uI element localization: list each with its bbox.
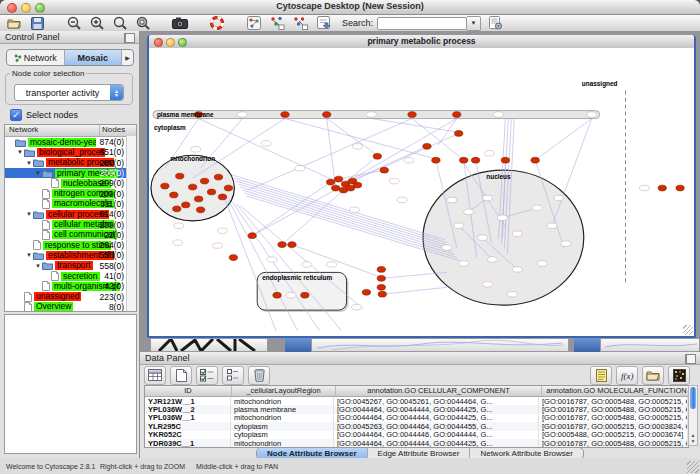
tree-row[interactable]: ▼primary metabo209(0) bbox=[5, 168, 136, 178]
network-edge[interactable] bbox=[344, 146, 427, 184]
search-dropdown-button[interactable]: ▼ bbox=[467, 16, 481, 31]
network-node-selected-color[interactable] bbox=[176, 173, 184, 179]
network-node[interactable] bbox=[397, 197, 407, 203]
network-node[interactable] bbox=[389, 178, 399, 184]
network-node-selected-color[interactable] bbox=[658, 185, 666, 191]
network-node-selected-color[interactable] bbox=[423, 143, 431, 149]
function-builder-icon[interactable]: f(x) bbox=[616, 366, 638, 385]
network-node-selected-color[interactable] bbox=[301, 292, 309, 298]
tab-network[interactable]: Network bbox=[7, 50, 65, 65]
network-node-selected-color[interactable] bbox=[377, 267, 385, 273]
network-edge[interactable] bbox=[232, 175, 444, 240]
attribute-table-icon[interactable] bbox=[144, 366, 166, 385]
network-node-selected-color[interactable] bbox=[455, 131, 463, 137]
tree-row[interactable]: secretion41(0) bbox=[5, 271, 136, 281]
open-session-icon[interactable] bbox=[5, 16, 23, 30]
vizmapper-icon[interactable] bbox=[314, 16, 332, 30]
network-edge[interactable] bbox=[240, 187, 452, 252]
delete-attribute-icon[interactable] bbox=[248, 366, 270, 385]
network-node[interactable] bbox=[483, 282, 493, 288]
network-node[interactable] bbox=[459, 261, 469, 267]
network-node-selected-color[interactable] bbox=[362, 289, 370, 295]
zoom-out-icon[interactable] bbox=[65, 16, 83, 30]
tree-row[interactable]: cell communicat22(0) bbox=[5, 230, 136, 240]
network-node[interactable] bbox=[352, 304, 362, 310]
tree-row[interactable]: ▼transport558(0) bbox=[5, 261, 136, 271]
tree-row[interactable]: ▼metabolic process280(0) bbox=[5, 158, 136, 168]
network-node-selected-color[interactable] bbox=[200, 178, 208, 184]
network-node-selected-color[interactable] bbox=[273, 292, 281, 298]
birdseye-view[interactable] bbox=[4, 314, 137, 454]
network-node[interactable] bbox=[587, 112, 597, 118]
import-attributes-icon[interactable] bbox=[642, 366, 664, 385]
tree-row[interactable]: macromolecule311(0) bbox=[5, 199, 136, 209]
tree-row[interactable]: cellular metabo209(0) bbox=[5, 219, 136, 229]
network-node-selected-color[interactable] bbox=[471, 157, 479, 163]
network-node[interactable] bbox=[478, 235, 488, 241]
tree-row[interactable]: multi-organism pro42(0) bbox=[5, 281, 136, 291]
network-node[interactable] bbox=[464, 209, 474, 215]
network-node[interactable] bbox=[191, 147, 201, 153]
network-node[interactable] bbox=[366, 112, 376, 118]
network-node-selected-color[interactable] bbox=[288, 242, 296, 248]
network-edge[interactable] bbox=[535, 119, 592, 161]
network-node-selected-color[interactable] bbox=[334, 176, 342, 182]
network-node-selected-color[interactable] bbox=[229, 255, 237, 261]
network-node-selected-color[interactable] bbox=[194, 196, 202, 202]
network-node[interactable] bbox=[537, 261, 547, 267]
network-node-selected-color[interactable] bbox=[281, 112, 289, 118]
network-node-selected-color[interactable] bbox=[460, 157, 468, 163]
tree-row[interactable]: ▼establishment of lo558(0) bbox=[5, 250, 136, 260]
network-node[interactable] bbox=[554, 195, 564, 201]
zoom-selected-icon[interactable] bbox=[111, 16, 129, 30]
network-node-selected-color[interactable] bbox=[377, 275, 385, 281]
tab-mosaic[interactable]: Mosaic bbox=[65, 50, 123, 65]
network-node-selected-color[interactable] bbox=[173, 206, 181, 212]
network-node-selected-color[interactable] bbox=[214, 174, 222, 180]
network-node[interactable] bbox=[442, 245, 452, 251]
network-node[interactable] bbox=[512, 231, 522, 237]
network-node-selected-color[interactable] bbox=[323, 112, 331, 118]
export-image-icon[interactable] bbox=[171, 16, 189, 30]
network-node[interactable] bbox=[512, 267, 522, 273]
tree-row[interactable]: unassigned223(0) bbox=[5, 291, 136, 301]
network-edge[interactable] bbox=[193, 119, 285, 179]
network-node-selected-color[interactable] bbox=[248, 233, 256, 239]
network-node[interactable] bbox=[447, 197, 457, 203]
network-node-selected-color[interactable] bbox=[373, 153, 381, 159]
scrollbar-arrows[interactable]: ▲▼ bbox=[689, 431, 697, 445]
zoom-fit-icon[interactable] bbox=[134, 16, 152, 30]
window-resize-grip[interactable] bbox=[683, 325, 693, 335]
search-input[interactable] bbox=[377, 17, 467, 30]
network-node[interactable] bbox=[493, 112, 503, 118]
network-node[interactable] bbox=[261, 141, 271, 147]
select-attributes-icon[interactable] bbox=[196, 366, 218, 385]
help-ring-icon[interactable] bbox=[208, 16, 226, 30]
network-edge[interactable] bbox=[252, 188, 338, 236]
network-node-selected-color[interactable] bbox=[189, 184, 197, 190]
tree-row[interactable]: ▼cellular process614(0) bbox=[5, 209, 136, 219]
network-node-selected-color[interactable] bbox=[676, 185, 684, 191]
float-panel-icon[interactable] bbox=[124, 33, 135, 43]
network-node-selected-color[interactable] bbox=[182, 202, 190, 208]
network-node[interactable] bbox=[404, 157, 414, 163]
table-scrollbar[interactable]: ▲▼ bbox=[688, 385, 698, 446]
network-node[interactable] bbox=[532, 205, 542, 211]
background-windows[interactable] bbox=[140, 338, 700, 352]
network-node[interactable] bbox=[174, 223, 184, 229]
network-node-selected-color[interactable] bbox=[207, 189, 215, 195]
float-panel-icon[interactable] bbox=[685, 354, 696, 364]
network-node[interactable] bbox=[497, 215, 507, 221]
network-node-selected-color[interactable] bbox=[453, 112, 461, 118]
save-session-icon[interactable] bbox=[28, 16, 46, 30]
network-node-selected-color[interactable] bbox=[161, 183, 169, 189]
network-node[interactable] bbox=[217, 228, 227, 234]
tree-row[interactable]: nucleobase-209(0) bbox=[5, 178, 136, 188]
network-node[interactable] bbox=[353, 144, 363, 150]
network-edge[interactable] bbox=[339, 170, 385, 179]
network-node[interactable] bbox=[173, 240, 183, 246]
tree-row[interactable]: response to stimulu264(0) bbox=[5, 240, 136, 250]
network-node[interactable] bbox=[213, 243, 223, 249]
network-node[interactable] bbox=[507, 291, 517, 297]
new-network-icon[interactable] bbox=[245, 16, 263, 30]
